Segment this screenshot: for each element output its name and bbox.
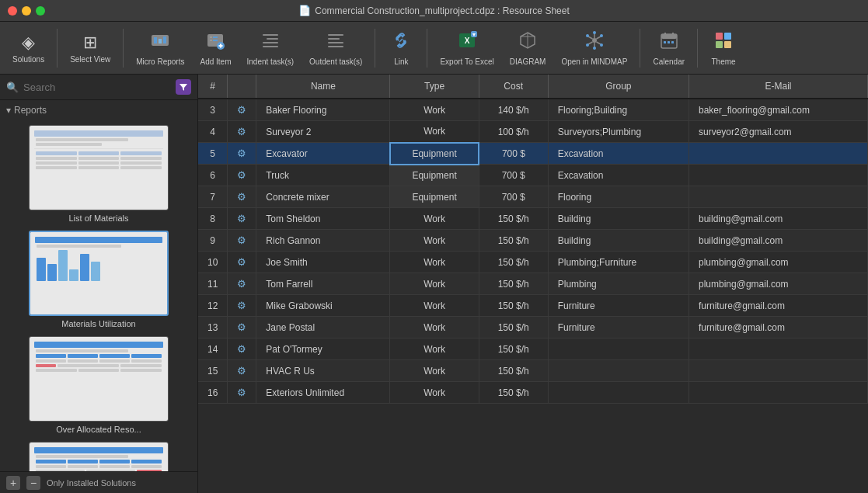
list-item[interactable]: Over Allocated Reso... [3, 442, 194, 471]
cell-email [689, 339, 868, 360]
table-row[interactable]: 6 ⚙ Truck Equipment 700 $ Excavation [198, 165, 868, 186]
cell-type[interactable]: Work [390, 273, 479, 295]
reports-section-header[interactable]: ▾ Reports [6, 105, 191, 116]
table-header-row: # Name Type Cost Group E-Mail [198, 75, 868, 99]
theme-icon [713, 30, 734, 55]
maximize-button[interactable] [36, 6, 45, 16]
report-label: Over Allocated Reso... [56, 425, 141, 434]
cell-type[interactable]: Equipment [390, 186, 479, 208]
cell-email: furniture@gmail.com [689, 317, 868, 339]
list-item[interactable]: Over Allocated Reso... [3, 336, 194, 434]
cell-type[interactable]: Work [390, 317, 479, 339]
cell-group: Building [548, 230, 688, 252]
cell-num: 13 [198, 317, 228, 339]
indent-tasks-button[interactable]: Indent task(s) [241, 26, 301, 71]
micro-reports-button[interactable]: Micro Reports [130, 26, 190, 71]
cell-email [689, 360, 868, 382]
table-row[interactable]: 4 ⚙ Surveyor 2 Work 100 $/h Surveyors;Pl… [198, 121, 868, 143]
cell-group: Furniture [548, 295, 688, 317]
svg-rect-2 [159, 39, 162, 43]
cell-type[interactable]: Equipment [390, 165, 479, 186]
close-button[interactable] [8, 6, 17, 16]
cell-email [689, 382, 868, 404]
remove-report-button[interactable]: − [26, 476, 40, 490]
outdent-icon [326, 30, 346, 55]
cell-name: Surveyor 2 [256, 121, 390, 143]
cell-type[interactable]: Work [390, 99, 479, 121]
col-header-type[interactable]: Type [390, 75, 479, 99]
toolbar-divider-3 [375, 29, 375, 68]
table-row[interactable]: 5 ⚙ Excavator Equipment 700 $ Excavation [198, 143, 868, 165]
col-header-email[interactable]: E-Mail [689, 75, 868, 99]
minimize-button[interactable] [22, 6, 31, 16]
cell-type[interactable]: Work [390, 230, 479, 252]
list-item[interactable]: List of Materials [3, 125, 194, 223]
cell-type[interactable]: Work [390, 208, 479, 230]
theme-button[interactable]: Theme [704, 26, 743, 71]
search-input[interactable] [23, 82, 171, 93]
cell-type[interactable]: Work [390, 252, 479, 273]
traffic-lights [8, 6, 45, 16]
add-item-button[interactable]: Add Item [193, 26, 237, 71]
table-row[interactable]: 12 ⚙ Mike Grabowski Work 150 $/h Furnitu… [198, 295, 868, 317]
col-header-name[interactable]: Name [256, 75, 390, 99]
resource-icon: ⚙ [237, 387, 246, 398]
link-button[interactable]: Link [382, 26, 420, 71]
cell-type[interactable]: Work [390, 382, 479, 404]
table-row[interactable]: 16 ⚙ Exteriors Unlimited Work 150 $/h [198, 382, 868, 404]
resource-table[interactable]: # Name Type Cost Group E-Mail 3 ⚙ Baker … [198, 75, 868, 493]
cell-num: 9 [198, 230, 228, 252]
table-row[interactable]: 3 ⚙ Baker Flooring Work 140 $/h Flooring… [198, 99, 868, 121]
col-header-icon [228, 75, 256, 99]
col-header-group[interactable]: Group [548, 75, 688, 99]
export-excel-button[interactable]: X ▼ Export To Excel [434, 26, 500, 71]
col-header-num[interactable]: # [198, 75, 228, 99]
cell-email [689, 186, 868, 208]
resource-icon: ⚙ [237, 191, 246, 203]
toolbar-divider-2 [123, 29, 124, 68]
svg-rect-7 [210, 36, 212, 38]
report-thumbnail [29, 336, 169, 422]
cell-type[interactable]: Work [390, 121, 479, 143]
indent-icon [260, 30, 281, 55]
filter-icon[interactable] [176, 79, 191, 95]
toolbar-divider-5 [640, 29, 640, 68]
solutions-button[interactable]: ◈ Solutions [6, 26, 51, 71]
table-row[interactable]: 15 ⚙ HVAC R Us Work 150 $/h [198, 360, 868, 382]
table-row[interactable]: 9 ⚙ Rich Gannon Work 150 $/h Building bu… [198, 230, 868, 252]
cell-email: plumbing@gmail.com [689, 273, 868, 295]
cell-cost: 150 $/h [479, 339, 548, 360]
table-row[interactable]: 10 ⚙ Joe Smith Work 150 $/h Plumbing;Fur… [198, 252, 868, 273]
select-view-button[interactable]: ⊞ Select View [64, 26, 117, 71]
svg-point-40 [600, 43, 603, 47]
cell-icon: ⚙ [228, 273, 256, 295]
cell-cost: 150 $/h [479, 295, 548, 317]
table-row[interactable]: 8 ⚙ Tom Sheldon Work 150 $/h Building bu… [198, 208, 868, 230]
table-row[interactable]: 13 ⚙ Jane Postal Work 150 $/h Furniture … [198, 317, 868, 339]
cell-name: HVAC R Us [256, 360, 390, 382]
col-header-cost[interactable]: Cost [479, 75, 548, 99]
calendar-button[interactable]: Calendar [647, 26, 691, 71]
svg-text:▼: ▼ [472, 32, 477, 37]
cell-icon: ⚙ [228, 339, 256, 360]
diagram-button[interactable]: DIAGRAM [504, 26, 553, 71]
table-row[interactable]: 7 ⚙ Concrete mixer Equipment 700 $ Floor… [198, 186, 868, 208]
add-report-button[interactable]: + [6, 476, 20, 490]
svg-point-34 [586, 43, 589, 47]
list-item[interactable]: Materials Utilization [3, 231, 194, 328]
cell-type[interactable]: Work [390, 339, 479, 360]
svg-rect-19 [328, 46, 343, 47]
solutions-icon: ◈ [22, 33, 35, 53]
table-row[interactable]: 14 ⚙ Pat O'Tormey Work 150 $/h [198, 339, 868, 360]
open-mindmap-button[interactable]: Open in MINDMAP [555, 26, 633, 71]
cell-type[interactable]: Work [390, 360, 479, 382]
svg-rect-15 [263, 46, 278, 47]
table-row[interactable]: 11 ⚙ Tom Farrell Work 150 $/h Plumbing p… [198, 273, 868, 295]
cell-num: 7 [198, 186, 228, 208]
mindmap-icon [584, 30, 605, 55]
cell-type[interactable]: Work [390, 295, 479, 317]
toolbar-divider-6 [697, 29, 698, 68]
toolbar-divider-4 [427, 29, 427, 68]
outdent-tasks-button[interactable]: Outdent task(s) [303, 26, 368, 71]
cell-type[interactable]: Equipment [390, 143, 479, 165]
